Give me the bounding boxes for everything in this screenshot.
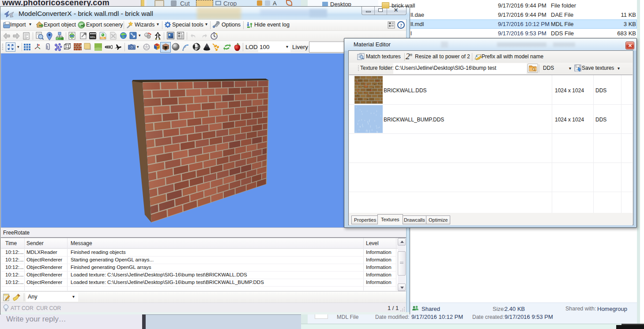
- svg-text:?: ?: [400, 23, 403, 28]
- svg-text:XML: XML: [101, 37, 105, 39]
- svg-text:MDL: MDL: [90, 36, 96, 38]
